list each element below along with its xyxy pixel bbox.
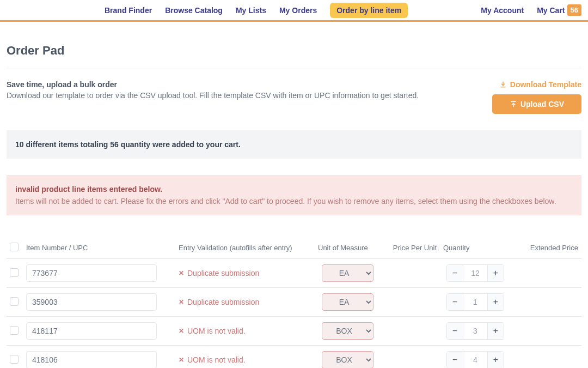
bulk-title: Save time, upload a bulk order	[7, 80, 481, 89]
top-nav: Brand Finder Browse Catalog My Lists My …	[0, 0, 588, 22]
error-x-icon: ✕	[179, 356, 184, 364]
quantity-stepper: − +	[446, 351, 504, 368]
qty-minus-button[interactable]: −	[447, 265, 463, 281]
col-validation: Entry Validation (autofills after entry)	[175, 237, 315, 259]
qty-plus-button[interactable]: +	[487, 352, 504, 368]
download-template-label: Download Template	[510, 80, 581, 89]
error-x-icon: ✕	[179, 298, 184, 306]
order-pad-table: Item Number / UPC Entry Validation (auto…	[7, 237, 581, 368]
qty-plus-button[interactable]: +	[487, 294, 504, 310]
download-icon	[499, 81, 507, 88]
validation-text: Duplicate submission	[187, 298, 259, 306]
validation-text: UOM is not valid.	[187, 327, 246, 335]
uom-select[interactable]: BOX	[322, 322, 373, 340]
extended-price	[511, 288, 581, 317]
col-ppu: Price Per Unit	[380, 237, 440, 259]
qty-input[interactable]	[463, 323, 487, 339]
success-alert: 10 different items totaling 56 quantity …	[7, 130, 581, 159]
bulk-desc: Download our template to order via the C…	[7, 91, 481, 100]
nav-my-lists[interactable]: My Lists	[236, 6, 266, 15]
nav-my-orders[interactable]: My Orders	[279, 6, 317, 15]
uom-select[interactable]: EA	[322, 264, 373, 282]
row-checkbox[interactable]	[10, 268, 19, 277]
uom-select[interactable]: BOX	[322, 351, 373, 368]
qty-minus-button[interactable]: −	[447, 352, 463, 368]
qty-plus-button[interactable]: +	[487, 265, 504, 281]
nav-links: Brand Finder Browse Catalog My Lists My …	[105, 3, 408, 18]
qty-input[interactable]	[463, 352, 487, 368]
col-ext: Extended Price	[511, 237, 581, 259]
divider	[7, 69, 581, 69]
nav-browse-catalog[interactable]: Browse Catalog	[165, 6, 223, 15]
nav-order-by-line-item[interactable]: Order by line item	[330, 3, 408, 18]
validation-message: ✕ Duplicate submission	[179, 269, 311, 277]
select-all-checkbox[interactable]	[10, 243, 19, 251]
item-number-input[interactable]	[26, 322, 157, 340]
item-number-input[interactable]	[26, 351, 157, 368]
item-number-input[interactable]	[26, 293, 157, 311]
extended-price	[511, 259, 581, 288]
upload-icon	[510, 100, 517, 108]
col-item: Item Number / UPC	[23, 237, 175, 259]
my-cart-label: My Cart	[537, 6, 565, 15]
qty-input[interactable]	[463, 265, 487, 281]
extended-price	[511, 317, 581, 346]
price-per-unit	[380, 259, 440, 288]
page-title: Order Pad	[7, 44, 581, 58]
bulk-order-section: Save time, upload a bulk order Download …	[7, 80, 581, 114]
row-checkbox[interactable]	[10, 355, 19, 364]
upload-csv-button[interactable]: Upload CSV	[492, 94, 581, 114]
table-row: ✕ Duplicate submission EA − +	[7, 288, 581, 317]
extended-price	[511, 346, 581, 369]
qty-minus-button[interactable]: −	[447, 294, 463, 310]
price-per-unit	[380, 346, 440, 369]
download-template-link[interactable]: Download Template	[499, 80, 581, 89]
col-uom: Unit of Measure	[315, 237, 380, 259]
quantity-stepper: − +	[446, 293, 504, 311]
error-alert-title: invalid product line items entered below…	[15, 185, 573, 194]
cart-count-badge: 56	[567, 4, 581, 16]
row-checkbox[interactable]	[10, 326, 19, 335]
qty-minus-button[interactable]: −	[447, 323, 463, 339]
error-alert: invalid product line items entered below…	[7, 175, 581, 215]
table-row: ✕ UOM is not valid. BOX − +	[7, 346, 581, 369]
price-per-unit	[380, 288, 440, 317]
validation-text: UOM is not valid.	[187, 355, 246, 364]
quantity-stepper: − +	[446, 322, 504, 340]
error-x-icon: ✕	[179, 327, 184, 335]
col-qty: Quantity	[440, 237, 511, 259]
table-row: ✕ Duplicate submission EA − +	[7, 259, 581, 288]
qty-plus-button[interactable]: +	[487, 323, 504, 339]
nav-brand-finder[interactable]: Brand Finder	[105, 6, 152, 15]
item-number-input[interactable]	[26, 264, 157, 282]
table-row: ✕ UOM is not valid. BOX − +	[7, 317, 581, 346]
uom-select[interactable]: EA	[322, 293, 373, 311]
upload-csv-label: Upload CSV	[520, 100, 564, 108]
qty-input[interactable]	[463, 294, 487, 310]
validation-message: ✕ UOM is not valid.	[179, 355, 311, 364]
nav-my-cart[interactable]: My Cart 56	[537, 4, 581, 16]
error-alert-body: Items will not be added to cart. Please …	[15, 197, 573, 206]
validation-message: ✕ UOM is not valid.	[179, 327, 311, 335]
quantity-stepper: − +	[446, 264, 504, 282]
row-checkbox[interactable]	[10, 297, 19, 306]
error-x-icon: ✕	[179, 269, 184, 277]
validation-message: ✕ Duplicate submission	[179, 298, 311, 306]
price-per-unit	[380, 317, 440, 346]
nav-my-account[interactable]: My Account	[481, 6, 524, 15]
validation-text: Duplicate submission	[187, 269, 259, 277]
